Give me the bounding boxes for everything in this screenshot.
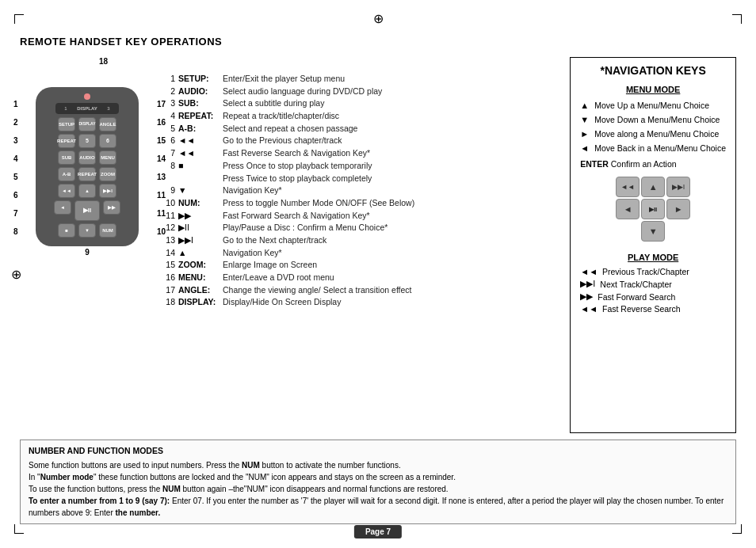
key-row-4: 4 REPEAT: Repeat a track/title/chapter/d… — [162, 110, 562, 122]
num-btn[interactable]: NUM — [99, 223, 116, 238]
diag-down[interactable]: ▼ — [641, 221, 665, 242]
setup-btn[interactable]: SETUP — [58, 117, 75, 131]
nav-left-text: Move Back in a Menu/Menu Choice — [594, 143, 726, 153]
key-row-13: 13 ▶▶I Go to the Next chapter/track — [162, 234, 562, 246]
info-box-text: Some function buttons are used to input … — [29, 459, 727, 519]
zoom-btn[interactable]: ZOOM — [99, 167, 116, 181]
key-descriptions: 1 SETUP: Enter/Exit the player Setup men… — [162, 57, 562, 433]
nav-panel: *NAVIGATION KEYS MENU MODE ▲ Move Up a M… — [570, 57, 736, 433]
info-num-bold-1: NUM — [242, 461, 260, 470]
enter-text: ENTER Confirm an Action — [580, 159, 726, 169]
repeat-btn[interactable]: REPEAT — [58, 134, 75, 148]
right-labels: 17 16 15 14 13 11 11 10 — [157, 95, 166, 241]
right-label-11b: 11 — [157, 204, 166, 223]
left-label-2: 2 — [13, 113, 18, 131]
play-mode-title: PLAY MODE — [580, 253, 726, 262]
diag-up[interactable]: ▲ — [641, 177, 665, 197]
info-text-3: To use the function buttons, press the N… — [29, 485, 449, 493]
arrow-left: ◄ — [580, 143, 590, 153]
next-text: Next Track/Chapter — [600, 280, 671, 289]
key-row-7: 7 ◄◄ Fast Reverse Search & Navigation Ke… — [162, 147, 562, 159]
left-label-5: 5 — [13, 168, 18, 186]
nav-item-right: ► Move along a Menu/Menu Choice — [580, 129, 726, 139]
left-labels: 1 2 3 4 5 6 7 8 — [13, 95, 18, 241]
prev-track-btn[interactable]: ◄◄ — [58, 184, 75, 198]
remote-row-nav-bot: ■ ▼ NUM — [44, 223, 131, 238]
stop-btn[interactable]: ■ — [58, 223, 75, 238]
diag-right[interactable]: ► — [666, 199, 690, 219]
key-row-11: 11 ▶▶ Fast Forward Search & Navigation K… — [162, 210, 562, 222]
nd-row-3: ▼ — [609, 221, 697, 242]
crosshair-top: ⊕ — [373, 11, 384, 26]
nav-diagram: ◄◄ ▲ ▶▶I ◄ ▶II ► ▼ — [609, 177, 697, 242]
left-label-6: 6 — [13, 186, 18, 204]
ab-btn[interactable]: A-B — [58, 167, 75, 181]
remote-row-nav-top: ◄◄ ▲ ▶▶I — [44, 184, 131, 198]
left-label-8: 8 — [13, 223, 18, 241]
btn-5[interactable]: 5 — [78, 134, 96, 148]
audio-btn[interactable]: AUDIO — [78, 150, 96, 165]
left-label-4: 4 — [13, 150, 18, 168]
enter-desc: Confirm an Action — [609, 159, 677, 169]
label-18: 18 — [99, 57, 108, 66]
play-item-prev: ◄◄ Previous Track/Chapter — [580, 267, 726, 276]
left-label-7: 7 — [13, 204, 18, 223]
ff-btn[interactable]: ▶▶ — [103, 200, 120, 215]
right-label-17: 17 — [157, 95, 166, 113]
diag-play-pause[interactable]: ▶II — [641, 199, 665, 219]
arrow-right: ► — [580, 129, 590, 139]
btn-6[interactable]: 6 — [99, 134, 116, 148]
info-text-1b: button to activate the number functions. — [260, 461, 401, 470]
remote-row-4: A-B REPEAT ZOOM — [44, 167, 131, 181]
remote-row-nav-mid: ◄ ▶II ▶▶ — [44, 200, 131, 221]
sub-btn[interactable]: SUB — [58, 150, 75, 165]
info-numbermode-bold: Number mode — [40, 473, 94, 481]
play-item-fr: ◄◄ Fast Reverse Search — [580, 304, 726, 314]
nav-down-text: Move Down a Menu/Menu Choice — [594, 115, 720, 124]
nav-down-btn[interactable]: ▼ — [78, 223, 96, 238]
key-row-1: 1 SETUP: Enter/Exit the player Setup men… — [162, 73, 562, 85]
key-row-8b: Press Twice to stop playback completely — [162, 173, 562, 185]
remote-row-3: SUB AUDIO MENU — [44, 150, 131, 165]
corner-br — [732, 524, 742, 534]
fr-text: Fast Reverse Search — [602, 304, 681, 314]
prev-text: Previous Track/Chapter — [602, 267, 689, 276]
repeat2-btn[interactable]: REPEAT — [78, 167, 96, 181]
key-row-17: 17 ANGLE: Change the viewing angle/ Sele… — [162, 284, 562, 296]
nav-up-btn[interactable]: ▲ — [78, 184, 96, 198]
next-track-btn[interactable]: ▶▶I — [99, 184, 116, 198]
fr-icon: ◄◄ — [580, 304, 598, 314]
nav-item-down: ▼ Move Down a Menu/Menu Choice — [580, 115, 726, 124]
right-label-16: 16 — [157, 113, 166, 131]
enter-label: ENTER — [580, 159, 609, 169]
menu-btn[interactable]: MENU — [99, 150, 116, 165]
remote-body: 1 DISPLAY 3 SETUP DISPLAY ANGLE REPEAT 5 — [36, 87, 139, 246]
key-row-2: 2 AUDIO: Select audio language during DV… — [162, 86, 562, 97]
info-text-4: To enter a number from 1 to 9 (say 7): E… — [29, 497, 724, 517]
top-section: 18 1 2 3 4 5 6 7 8 17 16 15 — [20, 57, 736, 433]
corner-tl — [14, 14, 24, 24]
angle-btn[interactable]: ANGLE — [99, 117, 116, 131]
nav-up-text: Move Up a Menu/Menu Choice — [594, 101, 709, 110]
nav-right-text: Move along a Menu/Menu Choice — [594, 129, 719, 139]
diag-left[interactable]: ◄ — [616, 199, 640, 219]
info-text-2: In "Number mode" these function buttons … — [29, 473, 456, 481]
diag-prev-track[interactable]: ◄◄ — [616, 177, 640, 197]
right-label-13: 13 — [157, 168, 166, 186]
play-item-ff: ▶▶ Fast Forward Search — [580, 291, 726, 302]
left-label-1: 1 — [13, 95, 18, 113]
left-label-3: 3 — [13, 131, 18, 150]
play-mode-items: ◄◄ Previous Track/Chapter ▶▶I Next Track… — [580, 267, 726, 314]
nav-left-btn[interactable]: ◄ — [54, 200, 71, 215]
prev-icon: ◄◄ — [580, 267, 598, 276]
right-label-14: 14 — [157, 150, 166, 168]
right-label-15: 15 — [157, 131, 166, 150]
key-row-14: 14 ▲ Navigation Key* — [162, 247, 562, 259]
corner-tr — [732, 14, 742, 24]
diag-next-track[interactable]: ▶▶I — [666, 177, 690, 197]
display-btn[interactable]: DISPLAY — [78, 117, 96, 131]
key-row-12: 12 ▶II Play/Pause a Disc : Confirm a Men… — [162, 222, 562, 234]
nd-row-1: ◄◄ ▲ ▶▶I — [609, 177, 697, 197]
remote-row-1: SETUP DISPLAY ANGLE — [44, 117, 131, 131]
play-pause-btn[interactable]: ▶II — [74, 200, 100, 221]
